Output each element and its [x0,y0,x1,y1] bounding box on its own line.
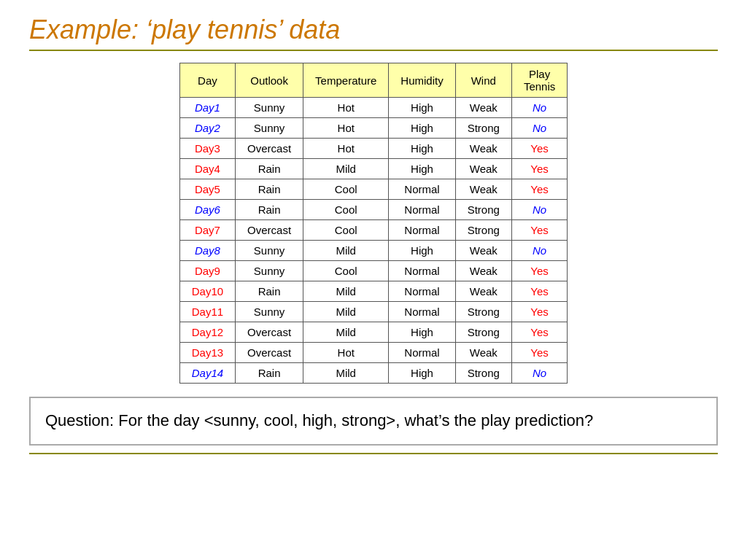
cell-humidity: High [389,159,455,179]
cell-temperature: Cool [303,220,389,241]
cell-day: Day3 [179,139,235,159]
cell-day: Day14 [179,363,235,384]
table-header-row: Day Outlook Temperature Humidity Wind Pl… [179,63,568,98]
cell-humidity: Normal [389,281,455,302]
cell-play: No [511,241,567,261]
cell-outlook: Overcast [236,322,303,343]
question-text: Question: For the day <sunny, cool, high… [45,411,593,429]
cell-wind: Weak [455,159,511,179]
col-header-outlook: Outlook [236,63,303,98]
col-header-day: Day [179,63,235,98]
cell-outlook: Rain [236,159,303,179]
cell-outlook: Overcast [236,139,303,159]
cell-day: Day11 [179,302,235,322]
cell-wind: Strong [455,200,511,220]
cell-outlook: Sunny [236,302,303,322]
cell-temperature: Cool [303,261,389,281]
cell-play: No [511,118,567,139]
cell-temperature: Hot [303,139,389,159]
cell-wind: Weak [455,261,511,281]
cell-wind: Weak [455,98,511,118]
cell-wind: Strong [455,118,511,139]
cell-play: Yes [511,179,567,200]
col-header-wind: Wind [455,63,511,98]
cell-play: Yes [511,261,567,281]
cell-temperature: Cool [303,200,389,220]
table-row: Day6 Rain Cool Normal Strong No [179,200,568,220]
cell-outlook: Overcast [236,220,303,241]
cell-humidity: Normal [389,302,455,322]
cell-outlook: Sunny [236,261,303,281]
cell-temperature: Mild [303,302,389,322]
cell-outlook: Sunny [236,241,303,261]
cell-humidity: High [389,322,455,343]
table-row: Day12 Overcast Mild High Strong Yes [179,322,568,343]
table-row: Day10 Rain Mild Normal Weak Yes [179,281,568,302]
question-box: Question: For the day <sunny, cool, high… [29,397,718,446]
table-row: Day8 Sunny Mild High Weak No [179,241,568,261]
cell-wind: Strong [455,220,511,241]
cell-wind: Weak [455,241,511,261]
cell-humidity: High [389,241,455,261]
cell-wind: Strong [455,363,511,384]
cell-wind: Weak [455,281,511,302]
cell-outlook: Overcast [236,343,303,363]
cell-play: Yes [511,281,567,302]
cell-play: No [511,363,567,384]
cell-day: Day8 [179,241,235,261]
data-table-wrapper: Day Outlook Temperature Humidity Wind Pl… [29,63,718,384]
cell-outlook: Rain [236,179,303,200]
cell-day: Day7 [179,220,235,241]
table-row: Day4 Rain Mild High Weak Yes [179,159,568,179]
table-row: Day14 Rain Mild High Strong No [179,363,568,384]
cell-day: Day5 [179,179,235,200]
table-row: Day1 Sunny Hot High Weak No [179,98,568,118]
table-row: Day2 Sunny Hot High Strong No [179,118,568,139]
title-underline [29,50,718,51]
table-row: Day11 Sunny Mild Normal Strong Yes [179,302,568,322]
cell-play: Yes [511,159,567,179]
cell-wind: Strong [455,322,511,343]
cell-humidity: High [389,118,455,139]
bottom-underline [29,453,718,454]
cell-humidity: Normal [389,261,455,281]
cell-temperature: Hot [303,98,389,118]
cell-humidity: Normal [389,179,455,200]
cell-play: No [511,200,567,220]
cell-day: Day2 [179,118,235,139]
cell-humidity: High [389,363,455,384]
cell-outlook: Rain [236,363,303,384]
cell-day: Day9 [179,261,235,281]
cell-play: Yes [511,302,567,322]
cell-day: Day12 [179,322,235,343]
cell-humidity: Normal [389,343,455,363]
cell-play: Yes [511,220,567,241]
cell-outlook: Rain [236,281,303,302]
cell-day: Day13 [179,343,235,363]
cell-outlook: Sunny [236,118,303,139]
tennis-data-table: Day Outlook Temperature Humidity Wind Pl… [179,63,568,384]
cell-play: No [511,98,567,118]
cell-humidity: Normal [389,220,455,241]
cell-humidity: High [389,139,455,159]
cell-play: Yes [511,322,567,343]
cell-temperature: Mild [303,281,389,302]
cell-humidity: Normal [389,200,455,220]
table-row: Day9 Sunny Cool Normal Weak Yes [179,261,568,281]
cell-temperature: Cool [303,179,389,200]
table-row: Day5 Rain Cool Normal Weak Yes [179,179,568,200]
cell-day: Day4 [179,159,235,179]
cell-temperature: Mild [303,322,389,343]
cell-play: Yes [511,139,567,159]
col-header-temperature: Temperature [303,63,389,98]
cell-temperature: Mild [303,363,389,384]
table-row: Day3 Overcast Hot High Weak Yes [179,139,568,159]
table-row: Day13 Overcast Hot Normal Weak Yes [179,343,568,363]
cell-play: Yes [511,343,567,363]
cell-wind: Strong [455,302,511,322]
cell-temperature: Mild [303,241,389,261]
cell-day: Day1 [179,98,235,118]
cell-temperature: Hot [303,118,389,139]
cell-temperature: Hot [303,343,389,363]
cell-day: Day6 [179,200,235,220]
